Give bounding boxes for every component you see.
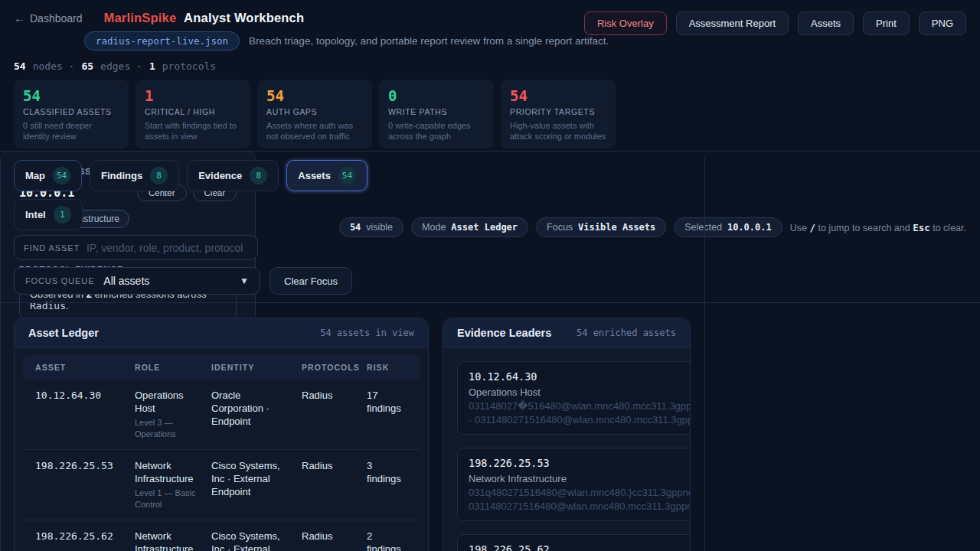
evidence-card[interactable]: 198.226.25.62 Network Infrastructure [457,534,691,551]
hint-text: to clear. [933,223,966,233]
nodes-label: nodes · [33,60,75,72]
tab-count-badge: 54 [338,167,356,184]
tab-map[interactable]: Map 54 [14,160,82,191]
print-button[interactable]: Print [863,11,910,35]
tab-assets[interactable]: Assets 54 [286,160,368,191]
edges-count: 65 [81,60,93,72]
asset-table: ASSET ROLE IDENTITY PROTOCOLS RISK 10.12… [22,355,420,551]
tab-count-badge: 1 [54,206,71,223]
selected-pill: Selected 10.0.0.1 [674,217,782,237]
col-protocols: PROTOCOLS [302,355,367,380]
evidence-line: 031q480271516480@wlan.mnc480.}cc311.3gpp… [469,487,691,498]
stat-desc: 0 write-capable edges across the graph [388,120,485,142]
table-row[interactable]: 198.226.25.62 Network Infrastructure Lev… [22,520,420,551]
col-role: ROLE [135,355,211,380]
cell-role: Network Infrastructure Level 1 — Basic C… [135,459,211,510]
stat-cards: 54 CLASSIFIED ASSETS 0 still need deeper… [0,72,980,148]
protocols-label: protocols [162,60,216,72]
tab-count-badge: 8 [250,167,267,184]
main-section: Map 54 Findings 8 Evidence 8 Assets 54 I… [0,151,980,551]
stat-card-critical-high: 1 CRITICAL / HIGH Start with findings ti… [136,80,250,148]
png-button[interactable]: PNG [919,11,966,35]
cell-risk: 2 findings [367,530,409,551]
stat-label: PRIORITY TARGETS [510,107,606,116]
tab-intel[interactable]: Intel 1 [14,199,83,230]
tab-findings[interactable]: Findings 8 [90,160,179,191]
evidence-asset: 10.12.64.30 [469,370,691,383]
stat-label: CLASSIFIED ASSETS [23,107,119,116]
clear-focus-button[interactable]: Clear Focus [270,267,352,295]
stat-label: CRITICAL / HIGH [145,107,241,116]
focus-label: Focus [547,222,573,233]
keyboard-hint: Use / to jump to search and Esc to clear… [790,222,966,233]
risk-overlay-button[interactable]: Risk Overlay [584,11,667,35]
header-actions: Risk Overlay Assessment Report Assets Pr… [584,11,966,35]
cell-protocols: Radius [302,389,367,440]
app-header: ← Dashboard MarlinSpike Analyst Workbenc… [0,0,980,72]
evidence-card[interactable]: 198.226.25.53 Network Infrastructure 031… [457,448,691,521]
search-input[interactable] [87,242,248,254]
cell-risk: 3 findings [367,459,409,510]
stat-desc: Assets where auth was not observed on tr… [266,120,363,142]
chevron-down-icon: ▼ [240,276,249,286]
hint-text: to jump to search and [818,223,910,233]
focus-queue-label: FOCUS QUEUE [25,276,94,285]
tab-label: Assets [298,170,331,181]
cell-asset: 198.226.25.62 [35,530,135,551]
cell-protocols: Radius [302,459,367,510]
stat-desc: 0 still need deeper identity review [23,120,119,142]
content-divider [0,302,980,303]
table-row[interactable]: 198.226.25.53 Network Infrastructure Lev… [22,450,420,520]
table-header-row: ASSET ROLE IDENTITY PROTOCOLS RISK [22,355,420,380]
evidence-role: Network Infrastructure [469,473,691,484]
graph-stats: 54 nodes · 65 edges · 1 protocols [14,60,966,72]
assessment-report-button[interactable]: Assessment Report [676,11,789,35]
mode-pill: Mode Asset Ledger [411,217,528,237]
stat-value: 54 [266,87,363,104]
stat-label: AUTH GAPS [266,107,363,116]
evidence-line: 0311480271516480@wlan.mnc480.mcc311.3gpp… [469,500,691,512]
cell-asset: 10.12.64.30 [35,389,135,440]
focus-value: Visible Assets [578,222,655,233]
page-title: MarlinSpike Analyst Workbench [104,11,305,25]
status-pills: 54 visible Mode Asset Ledger Focus Visib… [339,217,966,237]
cell-role: Operations Host Level 3 — Operations [135,389,211,440]
role-text: Network Infrastructure [135,459,204,485]
stat-card-auth-gaps: 54 AUTH GAPS Assets where auth was not o… [257,80,372,148]
assets-button[interactable]: Assets [798,11,854,35]
evidence-line: · 0311480271516480@wlan.mnc480.mcc311.3g… [469,414,691,425]
stat-card-classified-assets: 54 CLASSIFIED ASSETS 0 still need deeper… [14,80,129,148]
hint-text: Use [790,223,807,233]
role-sub: Level 1 — Basic Control [135,487,204,510]
stat-value: 54 [23,87,119,104]
focus-queue-row: FOCUS QUEUE All assets ▼ Clear Focus [14,267,352,295]
stat-desc: Start with findings tied to assets in vi… [145,120,241,142]
role-text: Network Infrastructure [135,530,204,551]
find-asset-search[interactable]: FIND ASSET [14,235,258,260]
focus-queue-select[interactable]: FOCUS QUEUE All assets ▼ [14,267,260,295]
stat-card-priority-targets: 54 PRIORITY TARGETS High-value assets wi… [501,80,616,148]
app-subtitle: Breach triage, topology, and portable re… [249,35,609,47]
stat-desc: High-value assets with attack scoring or… [510,120,606,142]
brand-name: MarlinSpike [104,11,177,24]
slash-key: / [809,222,815,233]
tab-label: Evidence [198,170,242,181]
cell-risk: 17 findings [367,389,409,440]
stat-value: 1 [145,87,241,104]
table-row[interactable]: 10.12.64.30 Operations Host Level 3 — Op… [22,380,420,450]
cell-protocols: Radius [302,530,367,551]
tab-evidence[interactable]: Evidence 8 [187,160,279,191]
evidence-leaders-panel: Evidence Leaders 54 enriched assets 10.1… [443,318,691,551]
evidence-role: Operations Host [469,386,691,398]
role-sub: Level 3 — Operations [135,417,204,440]
mode-value: Asset Ledger [451,222,518,233]
back-arrow-icon: ← [14,11,25,24]
edges-label: edges · [100,60,142,72]
evidence-card[interactable]: 10.12.64.30 Operations Host 031148027�51… [457,361,691,435]
back-to-dashboard-link[interactable]: ← Dashboard [14,11,83,24]
cell-asset: 198.226.25.53 [35,459,135,510]
selected-label: Selected [684,222,722,233]
artifact-badge: radius-report-live.json [84,31,240,51]
title-text: Analyst Workbench [184,11,304,24]
focus-queue-value: All assets [103,275,230,287]
